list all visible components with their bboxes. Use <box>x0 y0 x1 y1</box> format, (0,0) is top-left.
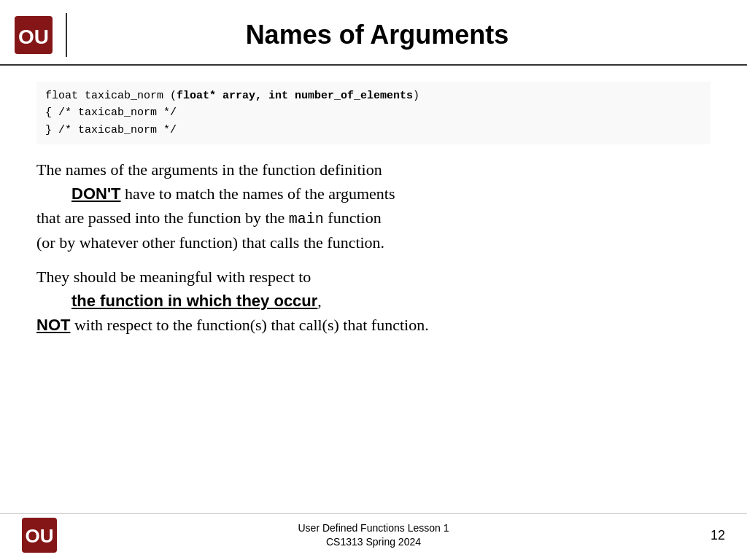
code-line-2: { /* taxicab_norm */ <box>45 104 702 121</box>
para1-text1: The names of the arguments in the functi… <box>36 160 382 179</box>
slide-title: Names of Arguments <box>80 20 725 50</box>
header-divider <box>66 13 67 57</box>
code-block: float taxicab_norm (float* array, int nu… <box>36 82 711 144</box>
para2-text2: with respect to the function(s) that cal… <box>70 316 428 334</box>
ou-logo-top: OU <box>15 16 53 54</box>
para1-text4: (or by whatever other function) that cal… <box>36 233 384 252</box>
comma: , <box>317 292 322 310</box>
slide-number: 12 <box>711 528 725 543</box>
code-line1-end: ) <box>413 90 419 102</box>
para1-text3: that are passed into the function by the <box>36 209 289 227</box>
code-line1-bold: float* array, int number_of_elements <box>177 90 413 102</box>
para1-indented: DON'T have to match the names of the arg… <box>36 184 395 252</box>
slide: OU Names of Arguments float taxicab_norm… <box>0 0 747 560</box>
footer-line2: CS1313 Spring 2024 <box>298 535 449 550</box>
para2-indented: the function in which they occur, NOT wi… <box>36 292 429 334</box>
dont-text: DON'T <box>71 184 121 203</box>
code-line-3: } /* taxicab_norm */ <box>45 122 702 139</box>
main-code: main <box>289 211 324 228</box>
not-word: NOT <box>36 316 70 334</box>
code-line1-normal: float taxicab_norm ( <box>45 90 177 102</box>
ou-logo-bottom: OU <box>22 518 57 553</box>
para2-text1: They should be meaningful with respect t… <box>36 268 311 286</box>
bold-phrase: the function in which they occur <box>71 292 317 310</box>
paragraph-2: They should be meaningful with respect t… <box>36 265 711 337</box>
paragraph-1: The names of the arguments in the functi… <box>36 158 711 254</box>
header: OU Names of Arguments <box>0 0 747 66</box>
footer-line1: User Defined Functions Lesson 1 <box>298 521 449 536</box>
content-area: float taxicab_norm (float* array, int nu… <box>0 66 747 513</box>
para1-text2: have to match the names of the arguments <box>121 184 395 203</box>
footer-text: User Defined Functions Lesson 1 CS1313 S… <box>298 521 449 550</box>
footer: OU User Defined Functions Lesson 1 CS131… <box>0 513 747 560</box>
svg-text:OU: OU <box>26 525 54 547</box>
svg-text:OU: OU <box>18 26 49 48</box>
code-line-1: float taxicab_norm (float* array, int nu… <box>45 88 702 104</box>
function-word: function <box>324 209 382 227</box>
